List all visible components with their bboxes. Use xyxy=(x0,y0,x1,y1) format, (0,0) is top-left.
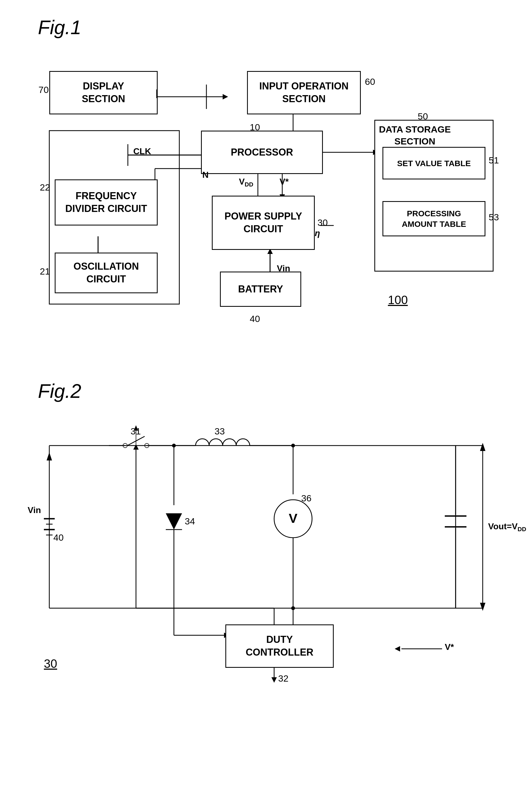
fig2-vstar-label: V* xyxy=(445,642,454,652)
freq-divider-box: FREQUENCY DIVIDER CIRCUIT xyxy=(55,180,158,225)
set-value-table-box: SET VALUE TABLE xyxy=(382,147,486,180)
ref-30: 30 xyxy=(318,217,328,228)
eta-label: η xyxy=(315,228,320,238)
duty-controller-box: DUTY CONTROLLER xyxy=(225,624,334,668)
processing-amount-box: PROCESSING AMOUNT TABLE xyxy=(382,201,486,236)
svg-marker-3 xyxy=(223,94,228,99)
vdd-label: VDD xyxy=(239,177,253,188)
fig2-vout-label: Vout=VDD xyxy=(488,521,526,533)
ref-22: 22 xyxy=(40,182,50,193)
ref-100: 100 xyxy=(388,293,408,307)
svg-marker-59 xyxy=(480,603,486,611)
fig2-diagram: V xyxy=(22,413,510,679)
fig2-ref31: 31 xyxy=(131,426,141,437)
svg-text:V: V xyxy=(289,511,298,525)
svg-marker-64 xyxy=(46,452,52,460)
data-storage-box: DATA STORAGE SECTION xyxy=(374,120,494,272)
fig2-ref30: 30 xyxy=(44,657,57,670)
svg-marker-58 xyxy=(480,443,486,451)
ref-70: 70 xyxy=(38,85,49,95)
ref-60: 60 xyxy=(365,76,375,87)
fig2-title: Fig.2 xyxy=(38,380,510,402)
ref-50: 50 xyxy=(418,111,428,122)
fig2-ref40: 40 xyxy=(53,532,64,543)
battery-box: BATTERY xyxy=(220,272,301,307)
vstar-label: V* xyxy=(280,177,289,187)
fig2-ref36: 36 xyxy=(301,493,311,503)
clk-label: CLK xyxy=(133,146,151,156)
fig1-diagram: DISPLAY SECTION 70 INPUT OPERATION SECTI… xyxy=(22,49,510,347)
fig2-ref34: 34 xyxy=(185,516,195,527)
input-operation-box: INPUT OPERATION SECTION xyxy=(247,71,361,114)
fig2-ref32: 32 xyxy=(278,673,288,684)
ref-21: 21 xyxy=(40,266,50,277)
fig1-title: Fig.1 xyxy=(38,16,510,38)
ref-51: 51 xyxy=(489,155,499,166)
fig2-vin-label: Vin xyxy=(27,505,41,515)
oscillation-box: OSCILLATION CIRCUIT xyxy=(55,253,158,293)
svg-marker-72 xyxy=(395,646,400,651)
svg-marker-76 xyxy=(133,444,139,449)
svg-marker-78 xyxy=(271,677,277,683)
vin-label: Vin xyxy=(277,263,290,274)
ref-10: 10 xyxy=(250,122,260,132)
fig2-ref33: 33 xyxy=(214,426,225,437)
processor-box: PROCESSOR xyxy=(201,131,323,174)
ref-53: 53 xyxy=(489,212,499,222)
power-supply-box: POWER SUPPLY CIRCUIT xyxy=(212,196,315,250)
n-label: N xyxy=(202,170,209,180)
svg-marker-43 xyxy=(166,513,182,530)
ref-40: 40 xyxy=(250,314,260,324)
display-section-box: DISPLAY SECTION xyxy=(49,71,158,114)
